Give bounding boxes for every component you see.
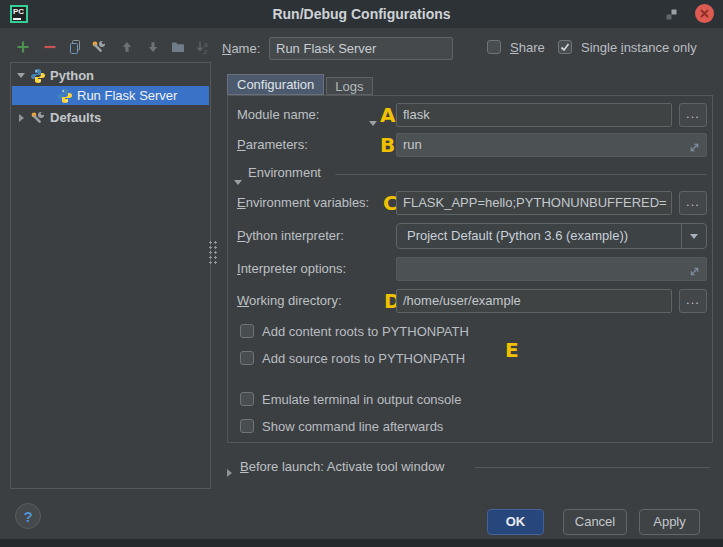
question-mark-icon: ? <box>23 508 32 525</box>
name-input[interactable] <box>269 37 453 60</box>
checkbox-box <box>240 419 254 433</box>
checkbox-label: Emulate terminal in output console <box>262 392 461 407</box>
expand-editor-icon[interactable] <box>688 263 701 276</box>
configuration-tab-content: Module name: A flask ... Parameters: B r… <box>227 95 713 443</box>
annotation-a: A <box>380 104 395 126</box>
checkbox-label: Add content roots to PYTHONPATH <box>262 324 469 339</box>
share-label: Share <box>510 40 545 55</box>
tree-item-label: Defaults <box>50 110 101 125</box>
python-icon <box>57 88 73 104</box>
environment-variables-label: Environment variables: <box>237 191 369 215</box>
before-launch-section[interactable]: Before launch: Activate tool window <box>227 458 713 476</box>
tree-item-run-flask-server[interactable]: Run Flask Server <box>12 86 209 105</box>
apply-button[interactable]: Apply <box>639 509 700 535</box>
tab-bar: Configuration Logs <box>227 74 373 95</box>
working-directory-label: Working directory: <box>237 289 342 313</box>
parameters-field[interactable]: run <box>396 133 707 157</box>
module-name-field[interactable]: flask <box>396 103 672 127</box>
move-up-button[interactable] <box>118 38 136 56</box>
tab-logs[interactable]: Logs <box>326 77 372 95</box>
sort-alphabetically-icon: az <box>194 38 212 56</box>
move-down-button[interactable] <box>144 38 162 56</box>
add-configuration-button[interactable] <box>14 38 32 56</box>
edit-defaults-button[interactable] <box>90 38 108 56</box>
settings-icon <box>30 110 46 126</box>
window-bottom-edge <box>0 539 723 547</box>
tree-item-label: Run Flask Server <box>77 88 177 103</box>
combobox-value: Project Default (Python 3.6 (example)) <box>407 224 628 248</box>
configurations-tree: Python Run Flask Server Defaults <box>10 62 211 489</box>
checkbox-box <box>240 392 254 406</box>
name-label: Name: <box>222 41 260 56</box>
cancel-button[interactable]: Cancel <box>563 509 627 535</box>
help-button[interactable]: ? <box>15 503 41 529</box>
parameters-label: Parameters: <box>237 133 308 157</box>
combobox-dropdown-button[interactable] <box>681 224 706 248</box>
checkbox-box <box>240 324 254 338</box>
annotation-e: E <box>505 339 519 361</box>
python-interpreter-combobox[interactable]: Project Default (Python 3.6 (example)) <box>396 223 707 249</box>
titlebar: PC Run/Debug Configurations <box>0 0 723 28</box>
checkbox-show-command-line[interactable]: Show command line afterwards <box>240 418 443 434</box>
interpreter-options-field[interactable] <box>396 257 707 281</box>
checkbox-box <box>487 40 501 54</box>
expand-editor-icon[interactable] <box>688 139 701 152</box>
tree-item-defaults[interactable]: Defaults <box>12 108 209 127</box>
chevron-right-icon[interactable] <box>12 114 30 122</box>
annotation-b: B <box>380 134 395 156</box>
module-name-browse-button[interactable]: ... <box>679 103 707 127</box>
before-launch-label: Before launch: Activate tool window <box>240 459 445 474</box>
python-icon <box>30 68 46 84</box>
working-directory-field[interactable]: /home/user/example <box>396 289 672 313</box>
tree-item-label: Python <box>50 68 94 83</box>
share-checkbox[interactable]: Share <box>487 39 545 55</box>
environment-variables-field[interactable]: FLASK_APP=hello;PYTHONUNBUFFERED= <box>396 191 672 215</box>
environment-variables-browse-button[interactable]: ... <box>679 191 707 215</box>
environment-section-chevron-icon[interactable] <box>234 171 242 189</box>
single-instance-label: Single instance only <box>581 40 697 55</box>
checkbox-label: Show command line afterwards <box>262 419 443 434</box>
section-divider <box>475 467 710 468</box>
interpreter-options-label: Interpreter options: <box>237 257 346 281</box>
checkbox-box <box>240 351 254 365</box>
environment-section-title[interactable]: Environment <box>248 165 321 180</box>
new-folder-button[interactable] <box>169 38 187 56</box>
checkbox-add-content-roots[interactable]: Add content roots to PYTHONPATH <box>240 323 469 339</box>
tree-item-python[interactable]: Python <box>12 66 209 85</box>
panel-splitter-handle[interactable] <box>208 240 218 266</box>
checkbox-box-checked <box>558 40 572 54</box>
chevron-down-icon[interactable] <box>12 73 30 78</box>
remove-configuration-button[interactable] <box>41 38 59 56</box>
ok-button[interactable]: OK <box>487 509 544 535</box>
module-chooser-chevron-icon[interactable] <box>369 112 377 130</box>
window-title: Run/Debug Configurations <box>0 0 723 28</box>
working-directory-browse-button[interactable]: ... <box>679 289 707 313</box>
copy-configuration-button[interactable] <box>66 38 84 56</box>
module-name-label: Module name: <box>237 103 319 127</box>
checkbox-emulate-terminal[interactable]: Emulate terminal in output console <box>240 391 461 407</box>
close-window-button[interactable] <box>695 4 714 23</box>
chevron-right-icon <box>227 463 232 481</box>
single-instance-checkbox[interactable]: Single instance only <box>558 39 697 55</box>
tab-configuration[interactable]: Configuration <box>227 74 324 95</box>
checkbox-label: Add source roots to PYTHONPATH <box>262 351 465 366</box>
svg-text:z: z <box>204 48 208 56</box>
checkbox-add-source-roots[interactable]: Add source roots to PYTHONPATH <box>240 350 465 366</box>
chevron-down-icon <box>690 234 698 239</box>
python-interpreter-label: Python interpreter: <box>237 223 344 249</box>
restore-window-icon[interactable] <box>664 7 679 22</box>
section-divider <box>335 174 707 175</box>
